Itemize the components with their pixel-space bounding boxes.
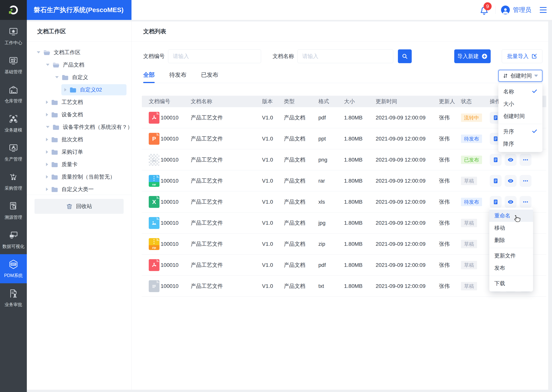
detail-button[interactable] (490, 154, 501, 166)
tab-已发布[interactable]: 已发布 (201, 67, 218, 83)
doc-name: 产品工艺文件 (191, 219, 260, 227)
tree-caret-icon[interactable] (64, 88, 66, 91)
tab-全部[interactable]: 全部 (143, 67, 155, 83)
vertical-scrollbar[interactable] (548, 21, 552, 390)
doc-format: pdf (315, 115, 344, 121)
tree-node[interactable]: 自定义大类一 (27, 183, 131, 196)
tree-caret-icon[interactable] (46, 188, 48, 191)
sidebar-item-workcenter[interactable]: 工作中心 (0, 21, 27, 50)
tree-node[interactable]: 设备文档 (27, 108, 131, 121)
doc-code-input[interactable] (168, 49, 261, 63)
tree-node[interactable]: 工艺文档 (27, 96, 131, 108)
avatar[interactable] (501, 6, 510, 14)
tree-node[interactable]: 自定义 (27, 71, 131, 84)
more-actions-button[interactable] (520, 196, 531, 208)
tree-node-label: 自定义 (72, 74, 88, 81)
doc-updated-time: 2021-09-09 12:00:09 (376, 136, 439, 142)
context-menu-item-重命名[interactable]: 重命名 (489, 210, 533, 222)
more-actions-button[interactable] (520, 154, 531, 166)
tree-node[interactable]: 文档工作区 (27, 46, 131, 59)
context-menu-item-下载[interactable]: 下载 (489, 277, 533, 290)
tree-caret-icon[interactable] (37, 51, 40, 53)
preview-button[interactable] (505, 196, 516, 208)
more-actions-button[interactable] (520, 175, 531, 187)
sort-option[interactable]: 名称 (498, 85, 542, 98)
sidebar-item-purchase[interactable]: 采购管理 (0, 167, 27, 196)
import-new-button[interactable]: 导入新建 (454, 49, 491, 63)
table-row[interactable]: 100010 产品工艺文件 V1.0 产品文档 png 1.80MB 2021-… (142, 149, 546, 170)
tree-caret-icon[interactable] (46, 113, 48, 116)
folder-icon (70, 87, 76, 93)
context-menu-item-移动[interactable]: 移动 (489, 222, 533, 234)
sidebar-item-trace[interactable]: 溯源管理 (0, 196, 27, 225)
sidebar-item-production[interactable]: 生产管理 (0, 138, 27, 167)
sidebar-item-label: 业务建模 (5, 127, 22, 133)
table-row[interactable]: 100010 产品工艺文件 V1.0 产品文档 pdf 1.80MB 2021-… (142, 255, 546, 276)
table-row[interactable]: X 100010 产品工艺文件 V1.0 产品文档 xls 1.80MB 202… (142, 191, 546, 212)
tree-node[interactable]: 批次文档 (27, 133, 131, 146)
tree-node[interactable]: 设备零件文档（系统没有？） (27, 121, 131, 133)
sidebar-item-pdm[interactable]: PDM PDM系统 (0, 254, 27, 283)
doc-updated-time: 2021-09-09 12:00:09 (376, 283, 439, 289)
doc-format: ppt (315, 136, 344, 142)
search-button[interactable] (398, 49, 412, 63)
detail-button[interactable] (490, 196, 501, 208)
doc-name-input[interactable] (298, 49, 393, 63)
logo-icon (7, 4, 19, 16)
tree-caret-icon[interactable] (46, 138, 48, 141)
sidebar-item-warehouse[interactable]: 仓库管理 (0, 80, 27, 109)
tree-caret-icon[interactable] (46, 150, 48, 154)
batch-import-label: 批量导入 (507, 53, 529, 60)
batch-import-button[interactable]: 批量导入 (502, 49, 542, 63)
row-context-menu: 重命名移动删除更新文件发布下载 (489, 208, 533, 292)
recycle-bin-button[interactable]: 回收站 (35, 199, 124, 214)
sidebar-item-modeling[interactable]: 业务建模 (0, 109, 27, 138)
tree-node[interactable]: 采购订单 (27, 146, 131, 158)
sort-button[interactable]: 创建时间 (498, 70, 542, 82)
sidebar-item-dataviz[interactable]: 数据可视化 (0, 225, 27, 254)
folder-icon (52, 124, 59, 130)
context-menu-item-更新文件[interactable]: 更新文件 (489, 250, 533, 262)
sort-option[interactable]: 大小 (498, 98, 542, 110)
tree-node[interactable]: 自定义02 (27, 84, 131, 96)
status-badge: 待发布 (461, 198, 482, 206)
doc-type: 产品文档 (281, 198, 315, 206)
tree-node[interactable]: 产品文档 (27, 59, 131, 71)
doc-updater: 张伟 (439, 114, 461, 121)
tree-node-label: 采购订单 (62, 148, 83, 156)
sort-option[interactable]: 创建时间 (498, 110, 542, 122)
app-logo[interactable] (0, 0, 27, 20)
table-row[interactable]: 100010 产品工艺文件 V1.0 产品文档 txt 1.80MB 2021-… (142, 276, 546, 297)
preview-button[interactable] (505, 175, 516, 187)
doc-size: 1.80MB (344, 262, 376, 268)
tree-caret-icon[interactable] (46, 64, 50, 66)
tree-node[interactable]: 质量控制（当前暂无） (27, 171, 131, 183)
sort-option[interactable]: 升序 (498, 126, 542, 138)
table-row[interactable]: rar 100010 产品工艺文件 V1.0 产品文档 rar 1.80MB 2… (142, 170, 546, 191)
tab-待发布[interactable]: 待发布 (169, 67, 187, 83)
tree-caret-icon[interactable] (55, 76, 59, 78)
table-row[interactable]: zip 100010 产品工艺文件 V1.0 产品文档 zip 1.80MB 2… (142, 233, 546, 255)
table-row[interactable]: 100010 产品工艺文件 V1.0 产品文档 jpg 1.80MB 2021-… (142, 212, 546, 233)
tree-caret-icon[interactable] (46, 126, 50, 128)
tree-caret-icon[interactable] (46, 175, 48, 179)
context-menu-item-删除[interactable]: 删除 (489, 234, 533, 246)
sort-option[interactable]: 降序 (498, 138, 542, 150)
doc-name-label: 文档名称 (273, 53, 294, 60)
context-menu-item-发布[interactable]: 发布 (489, 262, 533, 274)
tree-node[interactable]: 质量卡 (27, 158, 131, 171)
sidebar-item-basic[interactable]: 基础管理 (0, 50, 27, 80)
doc-version: V1.0 (260, 178, 281, 184)
preview-button[interactable] (505, 154, 516, 166)
filter-toolbar: 文档编号 文档名称 (143, 49, 412, 63)
detail-button[interactable] (490, 175, 501, 187)
sidebar-item-approval[interactable]: 业务审批 (0, 283, 27, 312)
table-row[interactable]: P 100010 产品工艺文件 V1.0 产品文档 ppt 1.80MB 202… (142, 128, 546, 149)
tree-caret-icon[interactable] (46, 100, 48, 104)
status-badge: 草稿 (461, 282, 477, 290)
menu-icon[interactable] (540, 7, 547, 13)
table-row[interactable]: 100010 产品工艺文件 V1.0 产品文档 pdf 1.80MB 2021-… (142, 107, 546, 128)
notification-bell-button[interactable]: 9 (480, 5, 490, 15)
tree-caret-icon[interactable] (46, 163, 48, 166)
user-name[interactable]: 管理员 (513, 6, 531, 14)
